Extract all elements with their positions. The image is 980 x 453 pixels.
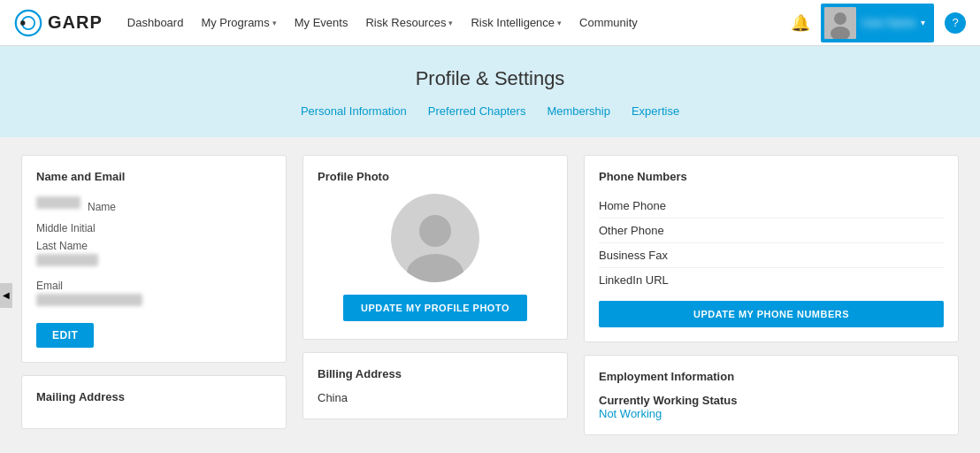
svg-point-0 [16,10,41,35]
bell-icon[interactable]: 🔔 [787,10,814,36]
nav-links: Dashboard My Programs ▾ My Events Risk R… [120,11,788,35]
edit-button[interactable]: EDIT [36,323,94,348]
home-phone-field: Home Phone [599,194,944,219]
navbar: GARP Dashboard My Programs ▾ My Events R… [0,0,980,46]
avatar [824,7,856,39]
page-title: Profile & Settings [14,67,966,90]
first-name-label: Name [88,201,116,213]
user-name: User Name [861,17,915,29]
hero-tabs: Personal Information Preferred Chapters … [14,103,966,119]
profile-photo-title: Profile Photo [318,170,553,183]
billing-address-value: China [318,391,553,404]
right-column: Phone Numbers Home Phone Other Phone Bus… [584,155,959,435]
svg-point-7 [407,254,463,282]
phone-numbers-title: Phone Numbers [599,170,944,183]
first-name-row: Name [36,194,272,215]
mailing-address-card: Mailing Address [21,375,287,429]
content-wrapper: ◀ Name and Email Name Middle Initial Las… [0,137,980,453]
nav-community[interactable]: Community [572,11,645,35]
billing-address-title: Billing Address [318,367,553,380]
name-email-card: Name and Email Name Middle Initial Last … [21,155,287,363]
tab-expertise[interactable]: Expertise [632,103,679,119]
side-arrow[interactable]: ◀ [0,283,12,308]
update-profile-photo-button[interactable]: UPDATE MY PROFILE PHOTO [343,295,527,321]
tab-membership[interactable]: Membership [547,103,610,119]
svg-point-2 [20,20,25,25]
nav-my-events[interactable]: My Events [287,11,356,35]
last-name-label: Last Name [36,240,272,252]
phone-numbers-card: Phone Numbers Home Phone Other Phone Bus… [584,155,959,342]
profile-photo-placeholder [391,194,479,282]
garp-logo-icon [14,9,42,37]
user-avatar-icon [824,7,856,39]
svg-point-4 [834,12,846,25]
nav-my-programs[interactable]: My Programs ▾ [194,11,283,35]
employment-info-card: Employment Information Currently Working… [584,355,959,435]
nav-right: 🔔 User Name ▾ ? [787,4,966,42]
billing-address-card: Billing Address China [302,352,568,419]
middle-column: Profile Photo UPDATE MY PROFILE PHOTO Bi… [302,155,568,419]
employment-info-title: Employment Information [599,370,944,383]
other-phone-field: Other Phone [599,219,944,243]
profile-silhouette-icon [404,211,466,282]
left-column: Name and Email Name Middle Initial Last … [21,155,287,429]
mailing-address-title: Mailing Address [36,390,272,403]
last-name-value-blur [36,254,98,266]
tab-preferred-chapters[interactable]: Preferred Chapters [428,103,526,119]
main-content: Name and Email Name Middle Initial Last … [0,137,980,453]
email-value-blur [36,294,142,306]
first-name-blur [36,196,80,209]
middle-initial-label: Middle Initial [36,222,272,234]
chevron-down-icon: ▾ [921,18,925,27]
chevron-down-icon: ▾ [448,19,453,27]
hero-section: Profile & Settings Personal Information … [0,46,980,137]
nav-dashboard[interactable]: Dashboard [120,11,191,35]
employment-status-label: Currently Working Status [599,394,944,407]
employment-status-value: Not Working [599,407,944,420]
svg-point-6 [419,215,451,247]
update-phone-numbers-button[interactable]: UPDATE MY PHONE NUMBERS [599,301,944,327]
logo-text: GARP [48,12,103,33]
email-label: Email [36,280,272,292]
nav-risk-intelligence[interactable]: Risk Intelligence ▾ [463,11,569,35]
nav-risk-resources[interactable]: Risk Resources ▾ [358,11,460,35]
chevron-down-icon: ▾ [557,19,562,27]
user-menu[interactable]: User Name ▾ [821,4,934,42]
logo[interactable]: GARP [14,9,103,37]
business-fax-field: Business Fax [599,243,944,268]
help-button[interactable]: ? [945,12,966,34]
profile-photo-card: Profile Photo UPDATE MY PROFILE PHOTO [302,155,568,340]
linkedin-url-field: LinkedIn URL [599,268,944,292]
tab-personal-information[interactable]: Personal Information [301,103,407,119]
chevron-down-icon: ▾ [272,19,277,27]
name-email-card-title: Name and Email [36,170,272,183]
